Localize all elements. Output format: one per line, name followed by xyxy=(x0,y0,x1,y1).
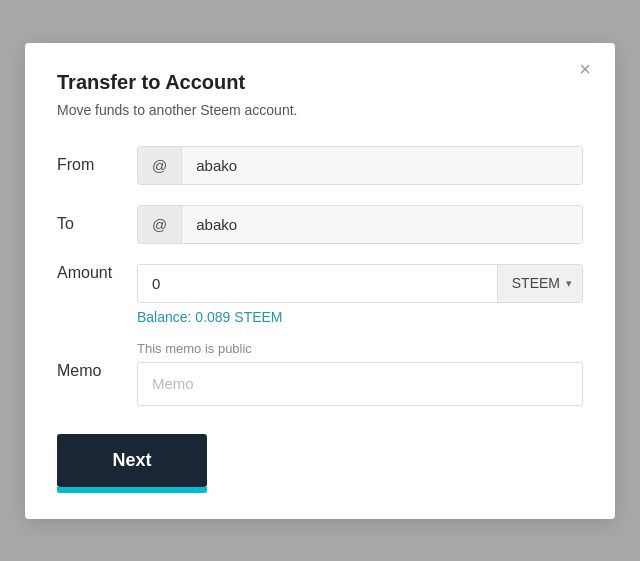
teal-accent-bar xyxy=(57,487,207,493)
memo-input[interactable] xyxy=(137,362,583,406)
chevron-down-icon: ▾ xyxy=(566,277,572,290)
from-row: From @ xyxy=(57,146,583,185)
amount-label: Amount xyxy=(57,264,137,282)
from-input[interactable] xyxy=(182,147,582,184)
memo-section: This memo is public Memo xyxy=(57,341,583,406)
modal-subtitle: Move funds to another Steem account. xyxy=(57,102,583,118)
from-input-group: @ xyxy=(137,146,583,185)
memo-label: Memo xyxy=(57,362,137,380)
next-button[interactable]: Next xyxy=(57,434,207,487)
next-button-wrapper: Next xyxy=(57,434,207,487)
memo-row: Memo xyxy=(57,362,583,406)
from-at-prefix: @ xyxy=(138,147,182,184)
currency-label: STEEM xyxy=(512,275,560,291)
modal-title: Transfer to Account xyxy=(57,71,583,94)
to-row: To @ xyxy=(57,205,583,244)
to-input-group: @ xyxy=(137,205,583,244)
balance-text[interactable]: Balance: 0.089 STEEM xyxy=(137,309,583,325)
close-button[interactable]: × xyxy=(573,57,597,81)
to-at-prefix: @ xyxy=(138,206,182,243)
amount-input-group: STEEM ▾ xyxy=(137,264,583,303)
to-label: To xyxy=(57,215,137,233)
from-label: From xyxy=(57,156,137,174)
amount-row: Amount STEEM ▾ xyxy=(57,264,583,303)
to-input[interactable] xyxy=(182,206,582,243)
amount-input[interactable] xyxy=(138,265,497,302)
modal-overlay: × Transfer to Account Move funds to anot… xyxy=(0,0,640,561)
memo-public-note: This memo is public xyxy=(137,341,583,356)
transfer-modal: × Transfer to Account Move funds to anot… xyxy=(25,43,615,519)
currency-select[interactable]: STEEM ▾ xyxy=(497,265,582,302)
